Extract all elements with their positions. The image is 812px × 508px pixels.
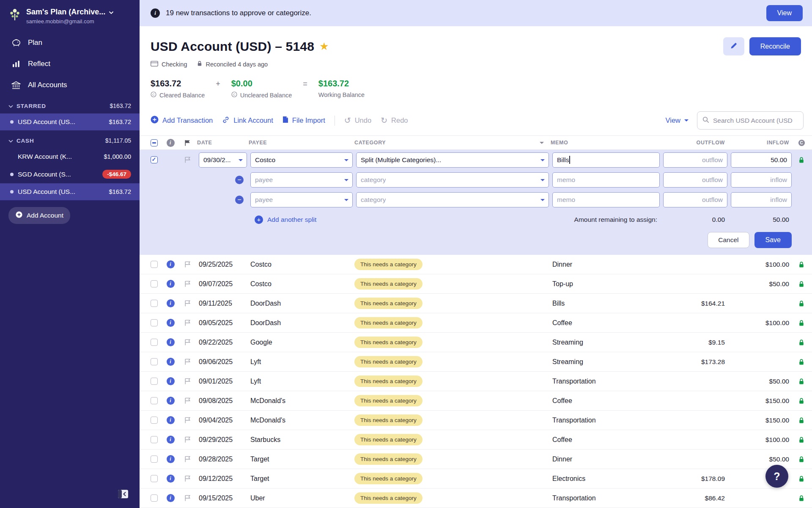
- flag-icon[interactable]: [178, 456, 197, 462]
- split-memo-input[interactable]: memo: [552, 192, 660, 207]
- sidebar-item-all-accounts[interactable]: All Accounts: [0, 75, 140, 96]
- reconcile-button[interactable]: Reconcile: [749, 37, 801, 55]
- info-icon[interactable]: i: [167, 377, 175, 385]
- row-checkbox[interactable]: [151, 494, 158, 502]
- memo-input[interactable]: Bills: [552, 152, 660, 168]
- flag-icon[interactable]: [178, 359, 197, 365]
- split-category-select[interactable]: category: [356, 192, 549, 207]
- flag-icon[interactable]: [178, 339, 197, 345]
- needs-category-badge[interactable]: This needs a category: [354, 356, 422, 367]
- sidebar-account-sgd[interactable]: SGD Account (S... -$46.67: [0, 165, 140, 183]
- undo-button[interactable]: ↺ Undo: [344, 116, 371, 124]
- needs-category-badge[interactable]: This needs a category: [354, 375, 422, 387]
- add-transaction-button[interactable]: Add Transaction: [151, 116, 213, 125]
- link-account-button[interactable]: Link Account: [222, 116, 273, 125]
- save-button[interactable]: Save: [754, 232, 792, 248]
- cleared-lock-icon[interactable]: [793, 339, 809, 346]
- table-row[interactable]: i09/11/2025DoorDashThis needs a category…: [140, 294, 812, 313]
- row-checkbox[interactable]: [151, 378, 158, 385]
- redo-button[interactable]: ↻ Redo: [381, 116, 408, 124]
- flag-icon[interactable]: [178, 378, 197, 384]
- info-icon[interactable]: i: [167, 319, 175, 327]
- table-row[interactable]: i09/28/2025TargetThis needs a categoryDi…: [140, 450, 812, 469]
- table-row[interactable]: i09/06/2025LyftThis needs a categoryStre…: [140, 352, 812, 372]
- table-row[interactable]: i09/07/2025CostcoThis needs a categoryTo…: [140, 274, 812, 294]
- cleared-lock-icon[interactable]: [793, 281, 809, 287]
- sidebar-account-krw[interactable]: KRW Account (K... $1,000.00: [0, 148, 140, 165]
- table-row[interactable]: i09/05/2025DoorDashThis needs a category…: [140, 313, 812, 333]
- row-checkbox[interactable]: [151, 319, 158, 326]
- payee-select[interactable]: Costco: [250, 152, 353, 168]
- flag-icon[interactable]: [178, 495, 197, 501]
- row-checkbox[interactable]: [151, 397, 158, 404]
- cleared-lock-icon[interactable]: [793, 300, 809, 307]
- info-icon[interactable]: i: [167, 416, 175, 424]
- search-input[interactable]: [713, 117, 798, 124]
- cleared-lock-icon[interactable]: [793, 495, 809, 502]
- split-payee-select[interactable]: payee: [250, 172, 353, 188]
- table-row[interactable]: i09/22/2025GoogleThis needs a categorySt…: [140, 333, 812, 352]
- flag-icon[interactable]: [178, 261, 197, 268]
- category-select[interactable]: Split (Multiple Categories)...: [356, 152, 549, 168]
- needs-category-badge[interactable]: This needs a category: [354, 395, 422, 406]
- needs-category-badge[interactable]: This needs a category: [354, 337, 422, 348]
- flag-icon[interactable]: [178, 475, 197, 482]
- table-row[interactable]: i09/01/2025LyftThis needs a categoryTran…: [140, 372, 812, 391]
- column-header-payee[interactable]: PAYEE: [249, 140, 354, 146]
- table-row[interactable]: i09/29/2025StarbucksThis needs a categor…: [140, 430, 812, 450]
- info-icon[interactable]: i: [167, 338, 175, 346]
- column-header-category[interactable]: CATEGORY: [354, 140, 551, 146]
- row-checkbox[interactable]: [151, 417, 158, 424]
- table-row[interactable]: i09/04/2025McDonald'sThis needs a catego…: [140, 411, 812, 430]
- split-category-select[interactable]: category: [356, 172, 549, 188]
- cleared-lock-icon[interactable]: [793, 456, 809, 463]
- remove-split-icon[interactable]: −: [235, 196, 244, 204]
- table-row[interactable]: i09/08/2025McDonald'sThis needs a catego…: [140, 391, 812, 411]
- sidebar-item-plan[interactable]: Plan: [0, 32, 140, 53]
- split-memo-input[interactable]: memo: [552, 172, 660, 188]
- info-icon[interactable]: i: [167, 280, 175, 288]
- file-import-button[interactable]: File Import: [283, 116, 325, 125]
- inflow-input[interactable]: 50.00: [731, 152, 792, 168]
- info-icon[interactable]: i: [167, 455, 175, 463]
- needs-category-badge[interactable]: This needs a category: [354, 317, 422, 329]
- select-all-checkbox[interactable]: [151, 139, 158, 146]
- sidebar-item-reflect[interactable]: Reflect: [0, 53, 140, 75]
- info-icon[interactable]: i: [167, 475, 175, 483]
- needs-category-badge[interactable]: This needs a category: [354, 259, 422, 270]
- split-inflow-input[interactable]: inflow: [731, 172, 792, 188]
- flag-icon[interactable]: [178, 417, 197, 423]
- cleared-lock-icon[interactable]: [793, 436, 809, 443]
- flag-icon[interactable]: [178, 281, 197, 287]
- cleared-lock-icon[interactable]: [793, 157, 809, 163]
- cancel-button[interactable]: Cancel: [708, 232, 749, 248]
- table-row[interactable]: i09/25/2025CostcoThis needs a categoryDi…: [140, 255, 812, 274]
- needs-category-badge[interactable]: This needs a category: [354, 414, 422, 426]
- column-header-date[interactable]: DATE: [197, 140, 249, 146]
- cleared-column-icon[interactable]: C: [793, 139, 809, 146]
- table-row[interactable]: i09/12/2025TargetThis needs a categoryEl…: [140, 469, 812, 489]
- info-icon[interactable]: i: [167, 494, 175, 502]
- outflow-input[interactable]: outflow: [663, 152, 727, 168]
- split-payee-select[interactable]: payee: [250, 192, 353, 207]
- needs-category-badge[interactable]: This needs a category: [354, 298, 422, 309]
- collapse-sidebar-button[interactable]: [118, 489, 129, 499]
- row-checkbox[interactable]: [151, 261, 158, 268]
- edit-account-button[interactable]: [723, 37, 744, 55]
- info-icon[interactable]: i: [167, 436, 175, 444]
- cleared-lock-icon[interactable]: [793, 320, 809, 326]
- row-checkbox[interactable]: [151, 475, 158, 482]
- column-header-inflow[interactable]: INFLOW: [729, 140, 793, 146]
- table-row[interactable]: i09/15/2025UberThis needs a categoryTran…: [140, 489, 812, 508]
- add-account-button[interactable]: Add Account: [8, 207, 70, 224]
- flag-icon[interactable]: [178, 398, 197, 404]
- needs-category-badge[interactable]: This needs a category: [354, 473, 422, 484]
- split-inflow-input[interactable]: inflow: [731, 192, 792, 207]
- split-outflow-input[interactable]: outflow: [663, 192, 727, 207]
- row-checkbox[interactable]: [151, 436, 158, 443]
- flag-icon[interactable]: [178, 436, 197, 443]
- needs-category-badge[interactable]: This needs a category: [354, 278, 422, 290]
- column-header-memo[interactable]: MEMO: [551, 140, 661, 146]
- split-outflow-input[interactable]: outflow: [663, 172, 727, 188]
- needs-category-badge[interactable]: This needs a category: [354, 492, 422, 504]
